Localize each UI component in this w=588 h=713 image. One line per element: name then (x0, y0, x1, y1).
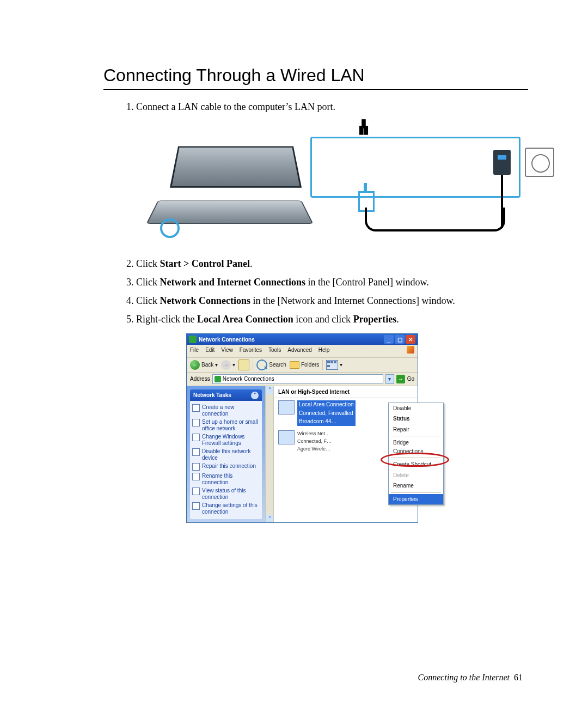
collapse-icon[interactable]: ˄ (251, 392, 259, 399)
task-label: Set up a home or small office network (202, 419, 260, 431)
go-button[interactable]: → (396, 375, 405, 383)
task-label: Disable this network device (202, 448, 260, 461)
diagram-highlight-box (310, 137, 520, 198)
task-icon (192, 487, 200, 495)
ctx-bridge[interactable]: Bridge Connections (389, 437, 443, 456)
task-rename[interactable]: Rename this connection (192, 472, 260, 486)
task-setup-network[interactable]: Set up a home or small office network (192, 418, 260, 432)
views-button[interactable]: ▾ (326, 360, 342, 370)
back-label: Back (201, 361, 213, 369)
task-create-connection[interactable]: Create a new connection (192, 403, 260, 418)
search-icon (256, 359, 267, 370)
task-repair[interactable]: Repair this connection (192, 462, 260, 472)
task-firewall[interactable]: Change Windows Firewall settings (192, 432, 260, 447)
step-2-pre: Click (136, 258, 160, 269)
menu-favorites[interactable]: Favorites (240, 346, 262, 356)
task-icon (192, 463, 200, 471)
window-titlebar[interactable]: Network Connections _ ▢ ✕ (187, 334, 418, 345)
windows-flag-icon (407, 346, 414, 354)
context-menu: Disable Status Repair Bridge Connections… (388, 403, 444, 505)
window-title: Network Connections (199, 336, 384, 344)
laptop-illustration (147, 142, 310, 235)
address-icon (215, 376, 221, 382)
step-2: Click Start > Control Panel. (136, 257, 528, 272)
forward-button[interactable]: → ▾ (221, 360, 235, 370)
connection-name: Wireless Net… (297, 430, 332, 438)
step-5-bold1: Local Area Connection (197, 314, 293, 325)
up-button[interactable] (238, 359, 249, 370)
back-button[interactable]: ←Back ▾ (190, 360, 218, 370)
task-change-settings[interactable]: Change settings of this connection (192, 501, 260, 516)
menu-view[interactable]: View (221, 346, 233, 356)
address-label: Address (190, 375, 210, 383)
power-adapter (493, 150, 511, 175)
figure-lan-cable: ▉▉▉ (147, 120, 517, 240)
search-label: Search (269, 361, 286, 369)
lan-cable (365, 208, 505, 231)
step-3: Click Network and Internet Connections i… (136, 275, 528, 290)
task-icon (192, 448, 200, 456)
connection-status: Connected, F… (297, 438, 332, 446)
close-button[interactable]: ✕ (406, 335, 415, 344)
step-5-mid: icon and click (293, 314, 353, 325)
menu-file[interactable]: File (190, 346, 199, 356)
step-4: Click Network Connections in the [Networ… (136, 294, 528, 309)
step-2-post: . (250, 258, 253, 269)
connection-icon (278, 400, 295, 415)
task-disable[interactable]: Disable this network device (192, 447, 260, 462)
menu-edit[interactable]: Edit (205, 346, 215, 356)
menu-tools[interactable]: Tools (268, 346, 281, 356)
folders-label: Folders (301, 361, 319, 369)
step-5-pre: Right-click the (136, 314, 197, 325)
step-1-text: Connect a LAN cable to the computer’s LA… (136, 101, 335, 112)
toolbar-separator (322, 360, 323, 370)
lan-port-icon: ▉▉▉ (359, 120, 369, 133)
footer-page-number: 61 (514, 673, 523, 682)
address-dropdown[interactable]: ▾ (385, 374, 394, 384)
ctx-separator (391, 436, 441, 436)
folder-icon (290, 361, 299, 369)
task-label: Create a new connection (202, 404, 260, 417)
folders-button[interactable]: Folders (290, 361, 319, 369)
scrollbar-left[interactable]: ˄ ˅ (265, 386, 273, 523)
maximize-button[interactable]: ▢ (395, 335, 405, 344)
task-label: Change Windows Firewall settings (202, 434, 260, 446)
title-rule (103, 89, 528, 90)
search-button[interactable]: Search (256, 359, 286, 370)
scroll-down-icon[interactable]: ˅ (266, 515, 273, 522)
step-4-pre: Click (136, 295, 160, 306)
ctx-disable[interactable]: Disable (389, 403, 443, 414)
footer-section: Connecting to the Internet (418, 673, 510, 682)
ctx-status[interactable]: Status (389, 413, 443, 424)
connection-device: Agere Wirele… (297, 446, 332, 453)
go-label: Go (407, 375, 414, 383)
page-title: Connecting Through a Wired LAN (103, 65, 528, 86)
ctx-separator (391, 458, 441, 458)
laptop-lan-port-highlight (160, 218, 180, 238)
ctx-rename[interactable]: Rename (389, 480, 443, 491)
menu-advanced[interactable]: Advanced (287, 346, 311, 356)
views-icon (326, 360, 338, 370)
ctx-properties[interactable]: Properties (389, 494, 443, 505)
ctx-separator (391, 492, 441, 493)
step-5-bold2: Properties (353, 314, 397, 325)
task-icon (192, 419, 200, 426)
minimize-button[interactable]: _ (384, 335, 394, 344)
task-icon (192, 502, 200, 510)
address-bar: Address Network Connections ▾ → Go (187, 373, 418, 386)
address-input[interactable]: Network Connections (212, 374, 383, 384)
task-icon (192, 473, 200, 480)
tasks-pane-header[interactable]: Network Tasks ˄ (190, 389, 262, 401)
scroll-up-icon[interactable]: ˄ (266, 386, 273, 394)
menu-help[interactable]: Help (318, 346, 330, 356)
step-2-bold: Start > Control Panel (160, 258, 250, 269)
connection-status: Connected, Firewalled (297, 409, 356, 418)
laptop-screen (170, 146, 302, 187)
ctx-delete: Delete (389, 470, 443, 481)
ctx-repair[interactable]: Repair (389, 424, 443, 435)
task-view-status[interactable]: View status of this connection (192, 486, 260, 501)
task-icon (192, 434, 200, 441)
task-label: View status of this connection (202, 487, 260, 500)
page-footer: Connecting to the Internet 61 (418, 673, 523, 682)
ctx-shortcut[interactable]: Create Shortcut (389, 459, 443, 470)
